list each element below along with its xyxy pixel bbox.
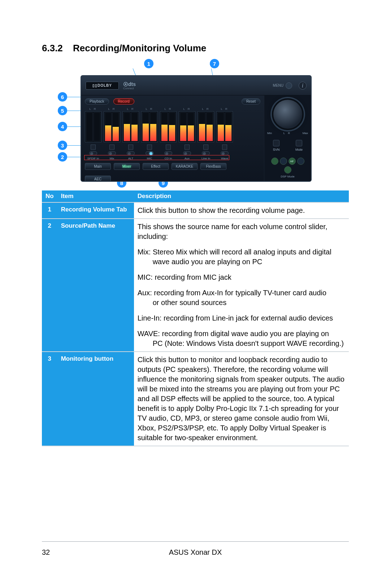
monitor-toggle[interactable] (127, 151, 135, 155)
row-no: 2 (42, 219, 57, 352)
playback-tab[interactable]: Playback (85, 98, 109, 104)
volume-slider[interactable] (179, 111, 195, 142)
monitor-toggle[interactable] (146, 151, 153, 155)
page-number: 32 (42, 548, 50, 557)
lr-label: L R (202, 107, 209, 111)
mute-toggle[interactable] (203, 145, 208, 150)
row-description: Click this button to show the recording … (134, 202, 349, 219)
page-footer: 32 ASUS Xonar DX (42, 541, 349, 557)
monitor-toggle[interactable] (183, 151, 191, 155)
callout-4: 4 (58, 122, 67, 131)
channel-line-in: L R Line In (198, 107, 214, 160)
lr-label: L R (221, 107, 228, 111)
table-row: 3Monitoring buttonClick this button to m… (42, 352, 349, 446)
table-row: 2Source/Path NameThis shows the source n… (42, 219, 349, 352)
source-label: Wave (221, 157, 228, 160)
row-no: 1 (42, 202, 57, 219)
row-description: Click this button to monitor and loopbac… (134, 352, 349, 446)
col-desc: Description (134, 190, 349, 202)
channel-aux: L R Aux (179, 107, 195, 160)
volume-slider[interactable] (104, 111, 120, 142)
lr-label: L R (183, 107, 191, 111)
callout-1: 1 (144, 59, 153, 68)
monitor-toggle[interactable] (89, 151, 97, 155)
description-table: No Item Description 1Recording Volume Ta… (42, 190, 349, 446)
callout-7: 7 (210, 59, 219, 68)
volume-knob[interactable] (272, 98, 304, 130)
record-tab[interactable]: Record (113, 98, 134, 104)
reset-button[interactable]: Reset (242, 98, 260, 104)
channel-mix: L R Mix (104, 107, 120, 160)
mute-toggle[interactable] (91, 145, 96, 150)
tab-effect[interactable]: Effect (143, 163, 169, 170)
svn-button[interactable]: SVN (267, 140, 285, 151)
callout-6: 6 (58, 92, 67, 102)
row-item: Recording Volume Tab (57, 202, 134, 219)
row-item: Monitoring button (57, 352, 134, 446)
mute-toggle[interactable] (128, 145, 133, 150)
volume-slider[interactable] (198, 111, 214, 142)
section-title: Recording/Monitoring Volume (73, 43, 206, 53)
source-label: Aux (185, 157, 190, 160)
callout-3: 3 (58, 141, 67, 150)
mute-toggle[interactable] (185, 145, 190, 150)
tab-karaoke[interactable]: KARAOKE (172, 163, 198, 170)
volume-slider[interactable] (122, 111, 139, 142)
tab-main[interactable]: Main (85, 163, 111, 170)
lr-label: L R (89, 107, 97, 111)
volume-slider[interactable] (160, 111, 177, 142)
tab-flexbass[interactable]: FlexBass (200, 163, 226, 170)
menu-button[interactable]: MENU (273, 82, 292, 89)
mixer-panel: Playback Record Reset L R SPDIF In L R M… (81, 95, 264, 181)
channel-spdif-in: L R SPDIF In (85, 107, 101, 160)
channel-alt: L R ALT (122, 107, 139, 160)
product-name: ASUS Xonar DX (169, 548, 222, 557)
col-item: Item (57, 190, 134, 202)
app-window: ▯▯ DOLBY ⦿dtsConnect MENU i Playback Rec… (81, 75, 312, 182)
col-no: No (42, 190, 57, 202)
max-label: Max (303, 132, 308, 135)
mute-button[interactable]: Mute (290, 140, 308, 151)
channel-mic: L R MIC (141, 107, 158, 160)
volume-slider[interactable] (141, 111, 158, 142)
lr-label: L R (108, 107, 116, 111)
mute-toggle[interactable] (147, 145, 152, 150)
volume-slider[interactable] (85, 111, 101, 142)
monitor-toggle[interactable] (221, 151, 229, 155)
dolby-logo: ▯▯ DOLBY (86, 82, 119, 90)
dsp-mode-label: DSP Mode (281, 175, 295, 178)
mute-toggle[interactable] (222, 145, 227, 150)
right-panel: Min L R Max SVN Mute HF DSP Mode (264, 95, 311, 181)
channel-cd-in: L R CD In (160, 107, 177, 160)
callout-5: 5 (58, 106, 67, 115)
channel-wave: L R Wave (216, 107, 233, 160)
source-label: SPDIF In (87, 157, 99, 160)
min-label: Min (267, 132, 272, 135)
lr-label: L R (283, 132, 291, 135)
source-label: MIC (147, 157, 152, 160)
source-label: CD In (165, 157, 172, 160)
mute-toggle[interactable] (166, 145, 171, 150)
tab-aec[interactable]: AEC (85, 176, 111, 182)
lr-label: L R (164, 107, 172, 111)
row-no: 3 (42, 352, 57, 446)
lr-label: L R (127, 107, 134, 111)
row-description: This shows the source name for each volu… (134, 219, 349, 352)
section-heading: 6.3.2Recording/Monitoring Volume (42, 43, 349, 54)
dts-logo: ⦿dtsConnect (123, 81, 136, 90)
annotated-figure: 6 5 4 3 2 1 7 8 9 ▯▯ DOLBY ⦿dtsConnect M… (42, 59, 349, 185)
app-titlebar: ▯▯ DOLBY ⦿dtsConnect MENU i (81, 76, 311, 95)
mute-toggle[interactable] (109, 145, 114, 150)
tab-mixer[interactable]: Mixer (114, 163, 140, 170)
info-icon[interactable]: i (299, 82, 307, 90)
table-row: 1Recording Volume TabClick this button t… (42, 202, 349, 219)
source-label: ALT (128, 157, 133, 160)
source-label: Mix (110, 157, 114, 160)
dsp-mode-icons[interactable]: HF (267, 158, 308, 173)
volume-slider[interactable] (216, 111, 233, 142)
callout-2: 2 (58, 152, 67, 162)
monitor-toggle[interactable] (164, 151, 172, 155)
monitor-toggle[interactable] (202, 151, 210, 155)
monitor-toggle[interactable] (108, 151, 116, 155)
row-item: Source/Path Name (57, 219, 134, 352)
